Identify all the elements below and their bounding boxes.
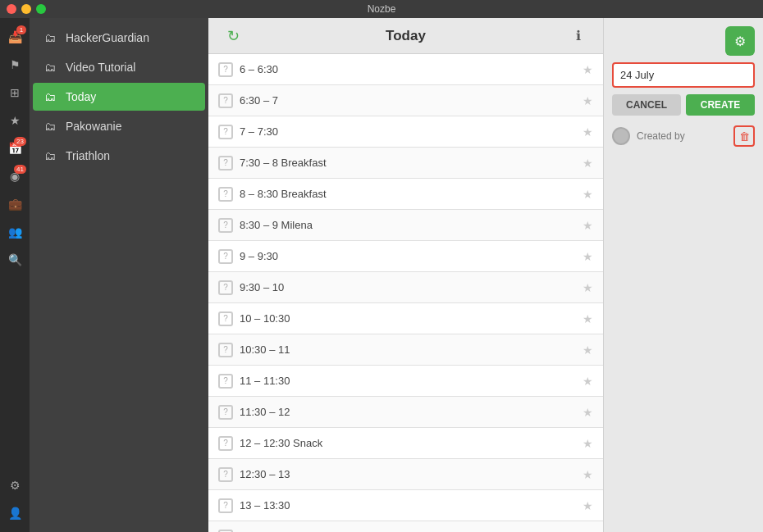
task-label: 8:30 – 9 Milena — [240, 219, 576, 231]
icon-star[interactable]: ★ — [2, 108, 27, 133]
task-checkbox[interactable]: ? — [218, 125, 233, 139]
gear-button[interactable]: ⚙ — [725, 26, 755, 56]
sidebar-item-today-label: Today — [66, 90, 96, 103]
task-checkbox[interactable]: ? — [218, 467, 233, 482]
task-item[interactable]: ? 13:30 – 14 ★ — [208, 521, 603, 532]
task-name-input[interactable] — [612, 62, 755, 88]
task-star[interactable]: ★ — [583, 437, 593, 450]
avatar — [612, 127, 630, 145]
task-checkbox[interactable]: ? — [218, 343, 233, 357]
icon-search[interactable]: 🔍 — [2, 248, 27, 272]
create-button[interactable]: CREATE — [686, 94, 755, 116]
task-item[interactable]: ? 10:30 – 11 ★ — [208, 334, 603, 366]
task-label: 6 – 6:30 — [240, 63, 576, 75]
icon-people[interactable]: 👥 — [2, 220, 27, 244]
sidebar-item-hacker-guardian[interactable]: 🗂 HackerGuardian — [33, 24, 205, 52]
flag-icon: ⚑ — [10, 58, 21, 71]
delete-button[interactable]: 🗑 — [733, 125, 755, 147]
task-checkbox[interactable]: ? — [218, 280, 233, 295]
icon-grid[interactable]: ⊞ — [2, 80, 27, 105]
sidebar-item-hacker-guardian-label: HackerGuardian — [66, 31, 149, 44]
sidebar-item-pakowanie-icon: 🗂 — [43, 119, 57, 134]
task-item[interactable]: ? 11 – 11:30 ★ — [208, 366, 603, 397]
task-star[interactable]: ★ — [583, 250, 593, 263]
task-star[interactable]: ★ — [583, 219, 593, 232]
briefcase-icon: 💼 — [8, 198, 22, 211]
gear-icon: ⚙ — [734, 34, 746, 49]
task-label: 12:30 – 13 — [240, 468, 576, 480]
close-button[interactable] — [7, 4, 16, 14]
task-star[interactable]: ★ — [583, 375, 593, 388]
task-star[interactable]: ★ — [583, 94, 593, 107]
task-item[interactable]: ? 12 – 12:30 Snack ★ — [208, 428, 603, 459]
task-star[interactable]: ★ — [583, 125, 593, 139]
task-item[interactable]: ? 6 – 6:30 ★ — [208, 54, 603, 85]
sidebar-item-pakowanie[interactable]: 🗂 Pakowanie — [33, 112, 205, 140]
task-item[interactable]: ? 13 – 13:30 ★ — [208, 490, 603, 521]
task-item[interactable]: ? 6:30 – 7 ★ — [208, 85, 603, 116]
task-star[interactable]: ★ — [583, 63, 593, 76]
app-body: 📥 1 ⚑ ⊞ ★ 📅 23 ◉ 41 💼 👥 🔍 ⚙ — [0, 18, 763, 532]
icon-briefcase[interactable]: 💼 — [2, 192, 27, 216]
maximize-button[interactable] — [36, 4, 46, 14]
task-checkbox[interactable]: ? — [218, 93, 233, 108]
app-title: Nozbe — [368, 3, 396, 15]
task-star[interactable]: ★ — [583, 281, 593, 294]
task-checkbox[interactable]: ? — [218, 249, 233, 264]
icon-calendar[interactable]: 📅 23 — [2, 136, 27, 161]
icon-label[interactable]: ◉ 41 — [2, 164, 27, 189]
task-checkbox[interactable]: ? — [218, 498, 233, 513]
delete-icon: 🗑 — [739, 130, 750, 143]
task-star[interactable]: ★ — [583, 157, 593, 170]
task-item[interactable]: ? 11:30 – 12 ★ — [208, 397, 603, 428]
info-button[interactable]: ℹ — [567, 25, 590, 48]
minimize-button[interactable] — [21, 4, 31, 14]
account-icon: 👤 — [8, 507, 22, 520]
calendar-badge: 23 — [14, 137, 26, 146]
people-icon: 👥 — [8, 225, 22, 239]
task-star[interactable]: ★ — [583, 468, 593, 481]
task-star[interactable]: ★ — [583, 312, 593, 325]
sidebar-item-today[interactable]: 🗂 Today — [33, 83, 205, 111]
task-item[interactable]: ? 8:30 – 9 Milena ★ — [208, 210, 603, 241]
task-item[interactable]: ? 7:30 – 8 Breakfast ★ — [208, 148, 603, 179]
sidebar-item-triathlon[interactable]: 🗂 Triathlon — [33, 142, 205, 170]
task-item[interactable]: ? 8 – 8:30 Breakfast ★ — [208, 179, 603, 210]
task-label: 8 – 8:30 Breakfast — [240, 188, 576, 200]
task-list: ? 6 – 6:30 ★ ? 6:30 – 7 ★ ? 7 – 7:30 ★ ?… — [208, 54, 603, 532]
icon-flag[interactable]: ⚑ — [2, 52, 27, 77]
task-checkbox[interactable]: ? — [218, 187, 233, 202]
created-by-label: Created by — [637, 130, 727, 142]
icon-account[interactable]: 👤 — [2, 501, 27, 525]
refresh-icon: ↻ — [227, 27, 240, 45]
icon-settings[interactable]: ⚙ — [2, 473, 27, 498]
task-checkbox[interactable]: ? — [218, 405, 233, 420]
search-icon: 🔍 — [8, 253, 22, 266]
task-checkbox[interactable]: ? — [218, 156, 233, 171]
task-item[interactable]: ? 9:30 – 10 ★ — [208, 272, 603, 303]
task-star[interactable]: ★ — [583, 188, 593, 201]
task-checkbox[interactable]: ? — [218, 530, 233, 533]
sidebar-item-video-tutorial[interactable]: 🗂 Video Tutorial — [33, 53, 205, 81]
sidebar: 🗂 HackerGuardian 🗂 Video Tutorial 🗂 Toda… — [30, 18, 208, 532]
task-item[interactable]: ? 12:30 – 13 ★ — [208, 459, 603, 490]
task-star[interactable]: ★ — [583, 406, 593, 419]
task-checkbox[interactable]: ? — [218, 311, 233, 326]
task-item[interactable]: ? 9 – 9:30 ★ — [208, 241, 603, 272]
task-item[interactable]: ? 7 – 7:30 ★ — [208, 116, 603, 148]
task-checkbox[interactable]: ? — [218, 436, 233, 451]
task-checkbox[interactable]: ? — [218, 374, 233, 389]
task-label: 11:30 – 12 — [240, 406, 576, 418]
task-star[interactable]: ★ — [583, 499, 593, 512]
icon-inbox[interactable]: 📥 1 — [2, 25, 27, 49]
right-panel: ⚙ CANCEL CREATE Created by 🗑 — [603, 18, 763, 532]
task-checkbox[interactable]: ? — [218, 62, 233, 77]
task-item[interactable]: ? 10 – 10:30 ★ — [208, 303, 603, 334]
cancel-button[interactable]: CANCEL — [612, 94, 681, 116]
task-label: 10 – 10:30 — [240, 312, 576, 325]
refresh-button[interactable]: ↻ — [222, 25, 244, 48]
task-label: 13 – 13:30 — [240, 499, 576, 512]
task-star[interactable]: ★ — [583, 343, 593, 357]
task-checkbox[interactable]: ? — [218, 218, 233, 233]
inbox-badge: 1 — [16, 25, 26, 34]
